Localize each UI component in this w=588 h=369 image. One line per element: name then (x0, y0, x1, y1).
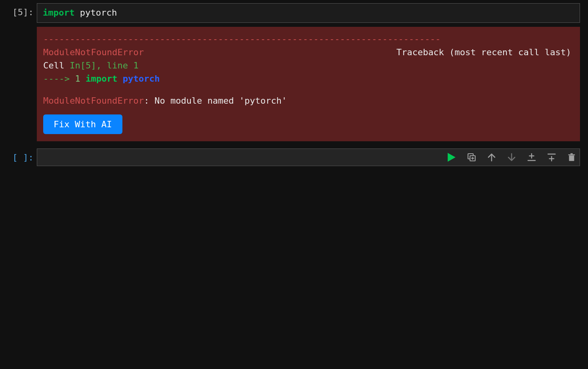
fix-with-ai-button[interactable]: Fix With AI (43, 114, 122, 134)
error-lineno: 1 (75, 74, 80, 84)
error-output: ----------------------------------------… (37, 27, 580, 141)
line-ref: , line 1 (96, 60, 138, 70)
cell-prompt: [5]: (8, 3, 37, 17)
cell-label: Cell (43, 60, 70, 70)
insert-above-icon[interactable] (527, 152, 536, 162)
module-name-err: pytorch (123, 74, 160, 84)
svg-rect-15 (570, 153, 573, 154)
move-up-icon[interactable] (487, 152, 496, 162)
duplicate-icon[interactable] (467, 152, 476, 162)
code-text (74, 8, 80, 18)
keyword-import-err: import (86, 74, 117, 84)
svg-rect-14 (568, 154, 575, 155)
svg-marker-0 (448, 153, 456, 162)
error-type: ModuleNotFoundError (43, 46, 144, 59)
move-down-icon[interactable] (507, 152, 516, 162)
svg-rect-13 (569, 155, 574, 161)
code-input-empty[interactable] (37, 148, 580, 166)
error-arrow: ----> (43, 74, 75, 84)
in-ref: In[5] (70, 60, 96, 70)
run-icon[interactable] (447, 152, 456, 162)
code-input[interactable]: import pytorch (37, 3, 580, 23)
error-divider: ----------------------------------------… (43, 32, 574, 46)
cell-output-row: ----------------------------------------… (0, 27, 588, 141)
code-cell-1: [5]: import pytorch (0, 3, 588, 23)
cell-toolbar (447, 152, 576, 162)
cell-prompt-empty: [ ]: (8, 148, 37, 162)
insert-below-icon[interactable] (547, 152, 556, 162)
error-message: : No module named 'pytorch' (144, 96, 287, 106)
traceback-label: Traceback (most recent call last) (396, 46, 574, 59)
code-cell-2: [ ]: (0, 148, 588, 166)
module-name: pytorch (80, 8, 117, 18)
error-type-2: ModuleNotFoundError (43, 96, 144, 106)
delete-icon[interactable] (567, 152, 576, 162)
keyword-import: import (43, 8, 74, 18)
